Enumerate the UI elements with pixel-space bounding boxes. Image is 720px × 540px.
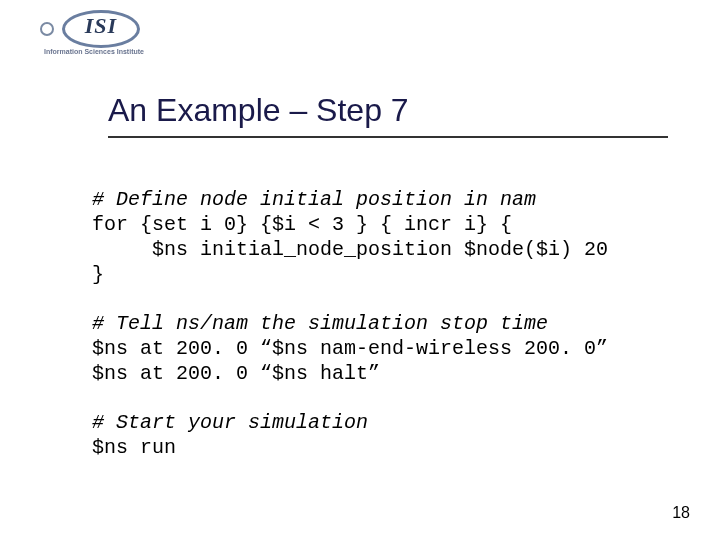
code-line: $ns at 200. 0 “$ns nam-end-wireless 200.… [92,337,608,360]
code-line: $ns run [92,436,176,459]
code-comment: # Tell ns/nam the simulation stop time [92,312,548,335]
isi-logo: ISI [40,10,140,48]
code-line: $ns at 200. 0 “$ns halt” [92,362,380,385]
code-comment: # Define node initial position in nam [92,188,536,211]
code-block-1: # Define node initial position in nam fo… [92,187,692,287]
code-block-2: # Tell ns/nam the simulation stop time $… [92,311,692,386]
logo-acronym: ISI [62,13,140,39]
code-body: # Define node initial position in nam fo… [92,162,692,484]
title-divider [108,136,668,138]
logo-subtitle: Information Sciences Institute [44,48,144,55]
code-line: $ns initial_node_position $node($i) 20 [92,238,608,261]
code-comment: # Start your simulation [92,411,368,434]
bullet-icon [40,22,54,36]
logo-mark: ISI [62,10,140,48]
page-number: 18 [672,504,690,522]
code-line: for {set i 0} {$i < 3 } { incr i} { [92,213,512,236]
code-block-3: # Start your simulation $ns run [92,410,692,460]
code-line: } [92,263,104,286]
slide-title: An Example – Step 7 [108,92,409,129]
